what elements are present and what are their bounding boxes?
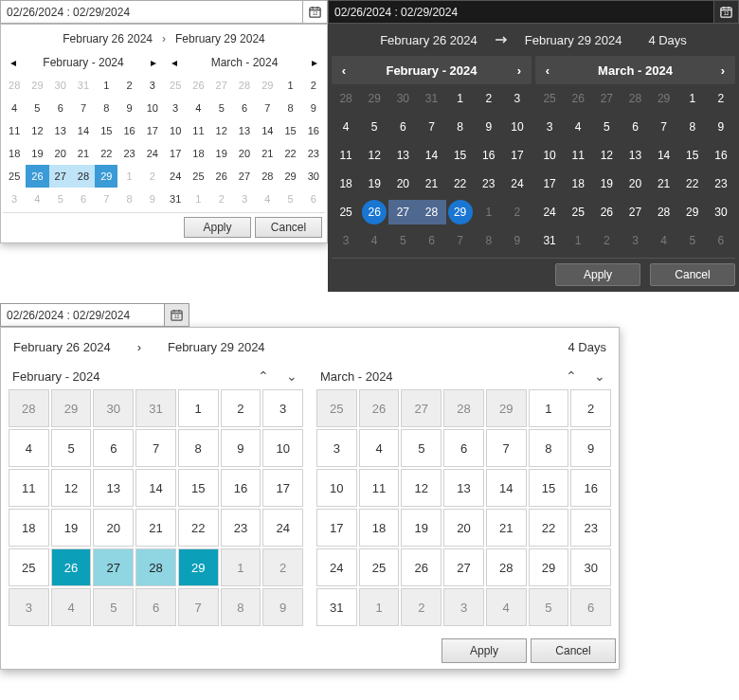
calendar-day[interactable]: 8	[95, 97, 117, 119]
calendar-day[interactable]: 8	[221, 588, 261, 626]
calendar-day[interactable]: 21	[135, 509, 176, 547]
calendar-day[interactable]: 23	[221, 509, 261, 547]
calendar-day[interactable]: 19	[210, 142, 233, 165]
calendar-day[interactable]: 26	[564, 84, 592, 113]
calendar-day[interactable]: 17	[141, 119, 164, 142]
calendar-day[interactable]: 17	[535, 170, 564, 198]
calendar-day[interactable]: 28	[443, 389, 484, 427]
calendar-day[interactable]: 28	[9, 389, 49, 427]
calendar-day[interactable]: 28	[332, 84, 360, 113]
calendar-day[interactable]: 3	[443, 588, 484, 626]
calendar-day[interactable]: 27	[621, 198, 649, 226]
calendar-day[interactable]: 21	[256, 142, 279, 165]
calendar-day[interactable]: 2	[475, 84, 503, 113]
calendar-day[interactable]: 10	[262, 429, 303, 467]
calendar-day[interactable]: 8	[446, 113, 475, 141]
calendar-day[interactable]: 1	[359, 588, 400, 626]
calendar-day[interactable]: 27	[388, 198, 417, 226]
calendar-day[interactable]: 9	[302, 97, 325, 119]
calendar-day[interactable]: 21	[72, 142, 95, 165]
calendar-day[interactable]: 13	[443, 469, 484, 507]
calendar-day[interactable]: 4	[360, 226, 388, 255]
calendar-day[interactable]: 10	[141, 97, 164, 119]
calendar-day[interactable]: 19	[401, 509, 442, 547]
calendar-day[interactable]: 28	[486, 548, 527, 586]
calendar-day[interactable]: 1	[564, 226, 592, 255]
calendar-day[interactable]: 26	[51, 548, 92, 586]
calendar-day[interactable]: 26	[210, 165, 233, 188]
calendar-day[interactable]: 29	[678, 198, 707, 226]
calendar-day[interactable]: 4	[359, 429, 400, 467]
calendar-day[interactable]: 14	[650, 141, 678, 170]
calendar-day[interactable]: 4	[332, 113, 360, 141]
calendar-day[interactable]: 13	[621, 141, 649, 170]
calendar-day[interactable]: 28	[72, 165, 95, 188]
calendar-day[interactable]: 26	[360, 198, 388, 226]
calendar-day[interactable]: 6	[621, 113, 649, 141]
calendar-day[interactable]: 23	[302, 142, 325, 165]
calendar-day[interactable]: 2	[707, 84, 735, 113]
calendar-day[interactable]: 18	[564, 170, 592, 198]
calendar-day[interactable]: 23	[117, 142, 140, 165]
calendar-day[interactable]: 26	[359, 389, 400, 427]
calendar-day[interactable]: 9	[221, 429, 261, 467]
calendar-day[interactable]: 7	[446, 226, 475, 255]
calendar-day[interactable]: 20	[233, 142, 256, 165]
calendar-day[interactable]: 16	[302, 119, 325, 142]
next-month-button[interactable]: ▸	[147, 56, 160, 69]
month-title[interactable]: March - 2024	[556, 63, 714, 78]
calendar-day[interactable]: 22	[678, 170, 707, 198]
calendar-day[interactable]: 15	[529, 469, 569, 507]
calendar-day[interactable]: 6	[302, 188, 325, 210]
calendar-day[interactable]: 26	[26, 165, 48, 188]
calendar-day[interactable]: 11	[359, 469, 400, 507]
next-month-button[interactable]: ⌄	[284, 368, 299, 384]
calendar-day[interactable]: 31	[417, 84, 445, 113]
calendar-day[interactable]: 17	[503, 141, 532, 170]
calendar-day[interactable]: 28	[650, 198, 678, 226]
calendar-day[interactable]: 5	[279, 188, 301, 210]
calendar-day[interactable]: 5	[529, 588, 569, 626]
calendar-day[interactable]: 31	[72, 74, 95, 97]
calendar-day[interactable]: 3	[503, 84, 532, 113]
calendar-day[interactable]: 6	[443, 429, 484, 467]
calendar-day[interactable]: 13	[233, 119, 256, 142]
calendar-day[interactable]: 28	[135, 548, 176, 586]
calendar-day[interactable]: 16	[117, 119, 140, 142]
apply-button[interactable]: Apply	[184, 217, 251, 238]
date-range-input[interactable]: 02/26/2024 : 02/29/2024	[328, 0, 714, 24]
calendar-day[interactable]: 10	[164, 119, 187, 142]
calendar-day[interactable]: 6	[72, 188, 95, 210]
calendar-day[interactable]: 23	[475, 170, 503, 198]
calendar-day[interactable]: 25	[535, 84, 564, 113]
calendar-day[interactable]: 3	[262, 389, 303, 427]
calendar-day[interactable]: 3	[9, 588, 49, 626]
next-month-button[interactable]: ▸	[308, 56, 321, 69]
calendar-day[interactable]: 13	[49, 119, 72, 142]
month-title[interactable]: February - 2024	[12, 369, 100, 384]
calendar-day[interactable]: 1	[117, 165, 140, 188]
calendar-day[interactable]: 4	[486, 588, 527, 626]
calendar-day[interactable]: 11	[187, 119, 209, 142]
calendar-day[interactable]: 22	[178, 509, 219, 547]
calendar-day[interactable]: 4	[187, 97, 209, 119]
calendar-day[interactable]: 8	[529, 429, 569, 467]
calendar-toggle-button[interactable]: 12	[303, 0, 328, 24]
calendar-day[interactable]: 27	[401, 389, 442, 427]
calendar-day[interactable]: 8	[475, 226, 503, 255]
calendar-day[interactable]: 2	[592, 226, 621, 255]
calendar-day[interactable]: 1	[529, 389, 569, 427]
next-month-button[interactable]: ›	[511, 63, 528, 78]
calendar-day[interactable]: 21	[417, 170, 445, 198]
calendar-day[interactable]: 22	[446, 170, 475, 198]
calendar-day[interactable]: 20	[388, 170, 417, 198]
calendar-day[interactable]: 12	[360, 141, 388, 170]
calendar-day[interactable]: 5	[401, 429, 442, 467]
calendar-day[interactable]: 3	[164, 97, 187, 119]
calendar-day[interactable]: 5	[51, 429, 92, 467]
calendar-day[interactable]: 1	[678, 84, 707, 113]
calendar-day[interactable]: 25	[359, 548, 400, 586]
calendar-day[interactable]: 5	[49, 188, 72, 210]
calendar-day[interactable]: 5	[26, 97, 48, 119]
calendar-day[interactable]: 15	[279, 119, 301, 142]
